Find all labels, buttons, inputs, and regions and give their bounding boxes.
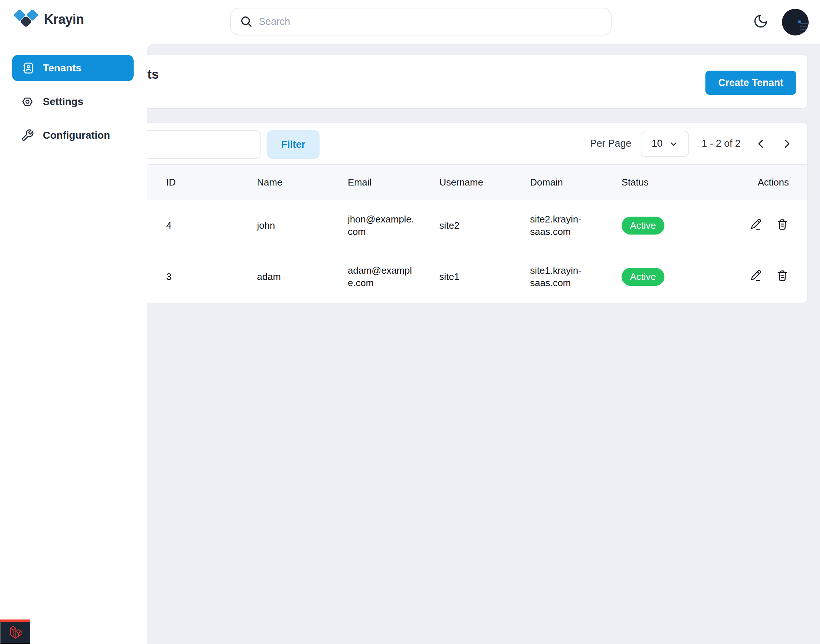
next-page-button[interactable] <box>779 136 795 152</box>
cell-status: Active <box>622 200 713 251</box>
status-badge: Active <box>622 268 665 286</box>
delete-button[interactable] <box>776 269 789 282</box>
sidebar-item-configuration[interactable]: Configuration <box>12 122 134 149</box>
email-text: jhon@example.com <box>348 213 415 238</box>
per-page-value: 10 <box>652 138 663 149</box>
topbar: Krayin <box>0 0 820 43</box>
global-search[interactable] <box>230 8 612 35</box>
table-row[interactable]: 3 adam adam@example.com site1 site1.kray… <box>147 251 807 303</box>
cell-status: Active <box>622 251 713 303</box>
laravel-logo-icon <box>6 624 24 641</box>
sidebar-item-label: Settings <box>43 96 83 107</box>
chevron-down-icon <box>669 139 678 149</box>
cell-domain: site2.krayin-saas.com <box>530 200 622 251</box>
cell-email: jhon@example.com <box>348 200 439 251</box>
trash-icon <box>776 218 789 231</box>
datagrid-card: Filter Per Page 10 1 - 2 of 2 <box>147 123 808 303</box>
email-text: adam@example.com <box>348 265 415 290</box>
cell-domain: site1.krayin-saas.com <box>530 251 622 303</box>
chevron-left-icon <box>755 138 767 150</box>
table-header-row: ID Name Email Username Domain Status Act… <box>147 165 807 200</box>
cell-username: site2 <box>439 200 530 251</box>
column-header-email: Email <box>348 165 439 200</box>
pagination-range: 1 - 2 of 2 <box>702 138 740 149</box>
datagrid-toolbar: Filter Per Page 10 1 - 2 of 2 <box>147 123 807 164</box>
edit-button[interactable] <box>749 269 763 282</box>
pencil-edit-icon <box>749 218 763 231</box>
filter-search-input[interactable] <box>147 130 261 159</box>
edit-button[interactable] <box>749 218 763 231</box>
laravel-debugbar-button[interactable] <box>0 619 30 644</box>
wrench-icon <box>21 129 34 142</box>
pencil-edit-icon <box>749 269 763 282</box>
column-header-status: Status <box>622 165 713 200</box>
sidebar-item-tenants[interactable]: Tenants <box>12 55 134 81</box>
trash-icon <box>776 269 789 282</box>
brand-logo: Krayin <box>14 10 84 29</box>
pagination-controls: Per Page 10 1 - 2 of 2 <box>590 123 795 164</box>
cell-username: site1 <box>439 251 530 303</box>
previous-page-button[interactable] <box>753 136 769 152</box>
moon-icon <box>753 14 768 29</box>
global-search-input[interactable] <box>259 16 602 28</box>
dark-mode-toggle[interactable] <box>751 11 771 31</box>
cell-id: 3 <box>147 251 257 303</box>
sidebar-item-settings[interactable]: Settings <box>12 89 134 115</box>
status-badge: Active <box>622 217 665 235</box>
column-header-actions: Actions <box>713 165 807 200</box>
sidebar-item-label: Configuration <box>43 130 110 141</box>
create-tenant-button[interactable]: Create Tenant <box>705 71 796 95</box>
per-page-select[interactable]: 10 <box>640 130 689 157</box>
krayin-logo-icon <box>14 10 38 29</box>
user-avatar[interactable] <box>782 9 809 35</box>
column-header-domain: Domain <box>530 165 622 200</box>
tenants-table: ID Name Email Username Domain Status Act… <box>147 164 807 303</box>
cell-id: 4 <box>147 200 257 251</box>
settings-nut-icon <box>21 95 34 108</box>
main-content: Tenants Create Tenant Filter Per Page 10… <box>147 43 820 644</box>
search-icon <box>240 15 253 28</box>
domain-text: site2.krayin-saas.com <box>530 213 594 238</box>
sidebar-item-label: Tenants <box>43 62 81 74</box>
column-header-id: ID <box>147 165 257 200</box>
per-page-label: Per Page <box>590 138 631 149</box>
sidebar: Tenants Settings Configuration <box>0 43 147 644</box>
cell-email: adam@example.com <box>348 251 439 303</box>
table-row[interactable]: 4 john jhon@example.com site2 site2.kray… <box>147 200 807 251</box>
page-header-card: Tenants Create Tenant <box>147 54 808 109</box>
cell-name: john <box>257 200 348 251</box>
delete-button[interactable] <box>776 218 789 231</box>
filter-button[interactable]: Filter <box>267 130 319 159</box>
column-header-name: Name <box>257 165 348 200</box>
cell-actions <box>713 200 807 251</box>
column-header-username: Username <box>439 165 530 200</box>
domain-text: site1.krayin-saas.com <box>530 265 594 290</box>
cell-name: adam <box>257 251 348 303</box>
chevron-right-icon <box>781 138 792 150</box>
page-title: Tenants <box>147 67 159 81</box>
brand-name: Krayin <box>44 12 84 27</box>
cell-actions <box>713 251 807 303</box>
tenants-contacts-icon <box>21 61 34 75</box>
